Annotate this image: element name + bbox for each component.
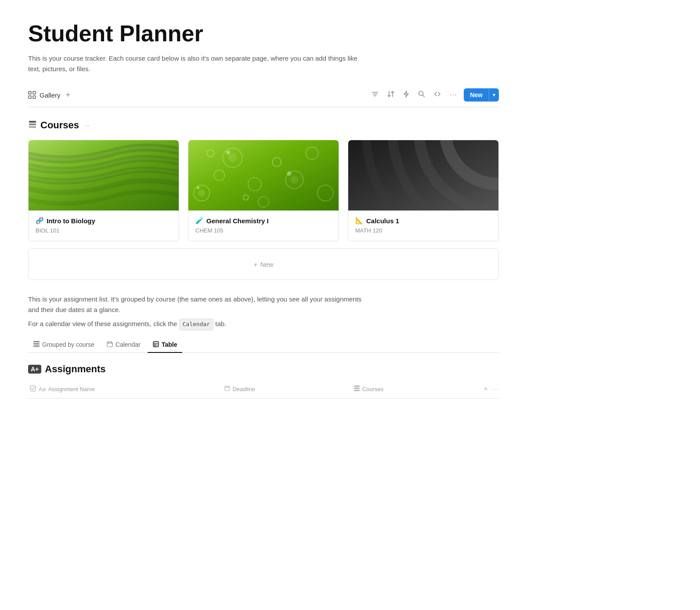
svg-point-29: [287, 171, 291, 176]
svg-rect-43: [153, 341, 159, 347]
svg-rect-13: [188, 140, 339, 211]
courses-section-header: Courses ···: [28, 120, 499, 131]
courses-col-icon: [354, 385, 360, 392]
tab-grouped-label: Grouped by course: [42, 341, 94, 348]
col-assignment-name-label: Assignment Name: [48, 386, 95, 392]
svg-point-15: [198, 189, 205, 196]
deadline-icon: [224, 385, 230, 392]
svg-rect-11: [29, 126, 36, 128]
svg-rect-48: [225, 386, 230, 391]
col-deadline: Deadline: [224, 385, 354, 392]
svg-rect-36: [33, 341, 40, 342]
svg-point-28: [227, 151, 230, 154]
add-column-button[interactable]: +: [484, 385, 488, 394]
courses-section-icon: [28, 120, 37, 131]
svg-rect-3: [33, 96, 36, 98]
svg-rect-38: [33, 345, 40, 347]
course-card-calc-code: MATH 120: [355, 227, 491, 234]
chem-emoji: 🧪: [195, 217, 204, 225]
assignment-description-2: For a calendar view of these assignments…: [28, 319, 371, 330]
gallery-icon: [28, 91, 36, 99]
search-icon[interactable]: [416, 89, 427, 101]
bolt-icon[interactable]: [401, 89, 411, 101]
tab-calendar-label: Calendar: [115, 341, 141, 348]
course-card-bio-image: [29, 140, 179, 211]
svg-rect-39: [107, 342, 112, 347]
toolbar-left: Gallery +: [28, 90, 72, 101]
tab-calendar[interactable]: Calendar: [101, 338, 146, 353]
course-card-calc-name: 📐 Calculus 1: [355, 217, 491, 225]
course-card-calc-body: 📐 Calculus 1 MATH 120: [348, 211, 498, 241]
course-card-bio-code: BIOL 101: [36, 227, 172, 234]
course-card-bio-body: 🧬 Intro to Biology BIOL 101: [29, 211, 179, 241]
col-courses-label: Courses: [362, 386, 383, 392]
sort-icon[interactable]: [386, 89, 396, 101]
svg-rect-54: [354, 390, 360, 391]
calc-emoji: 📐: [355, 217, 364, 225]
course-card-calc[interactable]: 📐 Calculus 1 MATH 120: [348, 140, 499, 241]
new-course-plus: +: [254, 261, 258, 268]
col-aa-prefix: Aa: [39, 386, 46, 392]
bio-emoji: 🧬: [36, 217, 44, 225]
toolbar-right: ··· New ▾: [370, 88, 499, 102]
filter-icon[interactable]: [370, 89, 380, 101]
course-card-bio-name: 🧬 Intro to Biology: [36, 217, 172, 225]
tab-table[interactable]: Table: [148, 338, 183, 353]
tab-table-label: Table: [162, 341, 177, 348]
assignments-section-icon: A+: [28, 365, 41, 374]
table-col-actions: + ···: [484, 385, 499, 394]
courses-section-title: Courses: [40, 120, 79, 131]
col-assignment-name: Aa Assignment Name: [28, 385, 224, 393]
assignment-description-1: This is your assignment list. It's group…: [28, 294, 371, 315]
svg-point-30: [197, 186, 199, 189]
svg-rect-52: [354, 385, 360, 387]
calendar-icon: [107, 341, 113, 349]
course-card-calc-image: [348, 140, 498, 211]
svg-rect-1: [33, 91, 36, 94]
svg-rect-53: [354, 388, 360, 389]
course-card-chem-image: [188, 140, 339, 211]
svg-rect-0: [29, 91, 31, 94]
calendar-tag: Calendar: [179, 319, 214, 330]
page-title: Student Planner: [28, 21, 499, 46]
course-card-chem-name: 🧪 General Chemistry I: [195, 217, 332, 225]
svg-rect-10: [29, 123, 36, 125]
new-button[interactable]: New ▾: [464, 88, 499, 102]
svg-rect-9: [29, 121, 36, 123]
svg-rect-37: [33, 343, 40, 345]
new-course-card[interactable]: + + New New: [28, 248, 499, 280]
link-icon[interactable]: [432, 89, 443, 101]
col-courses: Courses: [354, 385, 484, 392]
course-card-chem-body: 🧪 General Chemistry I CHEM 105: [188, 211, 339, 241]
checkbox-icon: [30, 385, 36, 393]
new-course-text: New: [260, 261, 273, 268]
courses-more-button[interactable]: ···: [84, 122, 90, 129]
course-card-chem-code: CHEM 105: [195, 227, 332, 234]
gallery-view-label[interactable]: Gallery: [40, 91, 61, 99]
more-columns-button[interactable]: ···: [492, 385, 499, 392]
view-tabs: Grouped by course Calendar Table: [28, 338, 499, 353]
assignments-section-title: Assignments: [45, 363, 105, 375]
toolbar-add-icon[interactable]: +: [64, 90, 72, 101]
new-button-label: New: [464, 88, 489, 102]
assignments-table-header: Aa Assignment Name Deadline Courses + ··…: [28, 380, 499, 399]
col-deadline-label: Deadline: [233, 386, 255, 392]
new-button-arrow[interactable]: ▾: [489, 89, 499, 101]
svg-line-8: [422, 95, 424, 97]
more-icon[interactable]: ···: [448, 89, 458, 101]
svg-point-18: [228, 153, 237, 162]
table-icon: [153, 341, 159, 349]
tab-grouped-by-course[interactable]: Grouped by course: [28, 338, 100, 353]
svg-rect-2: [29, 96, 31, 98]
svg-point-22: [290, 176, 298, 184]
course-card-bio[interactable]: 🧬 Intro to Biology BIOL 101: [28, 140, 179, 241]
toolbar: Gallery +: [28, 88, 499, 107]
course-card-chem[interactable]: 🧪 General Chemistry I CHEM 105: [188, 140, 339, 241]
assignments-section-header: A+ Assignments: [28, 363, 499, 375]
courses-gallery: 🧬 Intro to Biology BIOL 101: [28, 140, 499, 241]
page-subtitle: This is your course tracker. Each course…: [28, 53, 371, 74]
grouped-icon: [33, 341, 40, 349]
